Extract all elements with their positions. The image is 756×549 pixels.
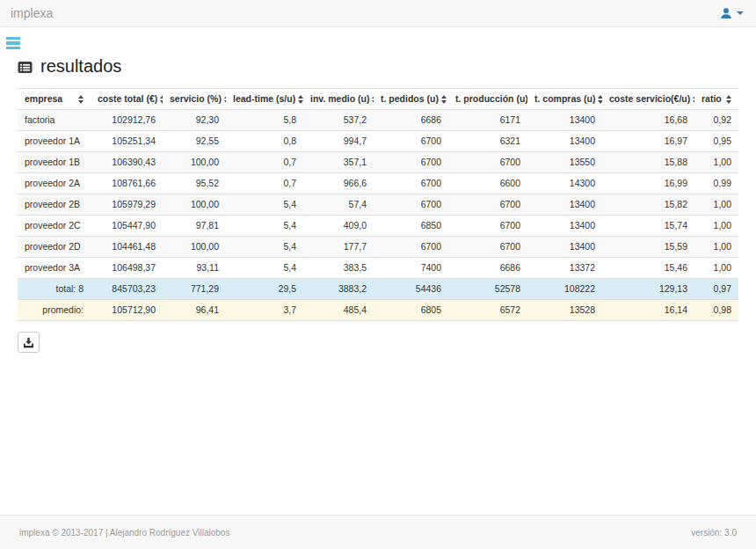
column-header-lead-time[interactable]: lead-time (s/u): [226, 89, 303, 110]
sort-icon[interactable]: [298, 95, 303, 104]
column-label: coste total (€): [98, 93, 157, 105]
cell-t-produccion: 6321: [448, 131, 527, 152]
cell-ratio: 1,00: [694, 216, 738, 237]
cell-servicio: 100,00: [163, 152, 226, 173]
sort-icon[interactable]: [78, 95, 84, 104]
cell-t-pedidos: 6700: [374, 194, 448, 216]
column-label: servicio (%): [170, 93, 222, 105]
column-header-t-compras[interactable]: t. compras (u): [527, 89, 602, 110]
cell-empresa: proveedor 2A: [18, 173, 91, 194]
cell-servicio: 97,81: [163, 216, 226, 237]
sidebar-toggle[interactable]: [4, 35, 22, 52]
cell-lead-time: 0,7: [226, 173, 303, 194]
cell-inv-medio: 3883,2: [303, 279, 374, 300]
cell-t-produccion: 52578: [448, 279, 527, 300]
cell-ratio: 1,00: [694, 237, 738, 258]
cell-coste-servicio: 16,14: [602, 300, 694, 321]
cell-inv-medio: 177,7: [303, 237, 374, 258]
column-header-inv-medio[interactable]: inv. medio (u): [303, 89, 374, 110]
table-row: proveedor 1A105251,3492,550,8994,7670063…: [18, 131, 738, 152]
table-header-row: empresacoste total (€)servicio (%)lead-t…: [18, 89, 738, 110]
cell-empresa: proveedor 1A: [18, 131, 91, 152]
main-content: resultados empresacoste total (€)servici…: [0, 56, 756, 353]
caret-down-icon: [737, 11, 744, 15]
cell-coste-total: 105712,90: [91, 300, 163, 321]
sort-icon[interactable]: [224, 95, 226, 104]
cell-t-produccion: 6171: [448, 110, 527, 131]
cell-lead-time: 5,8: [226, 110, 303, 131]
table-body: factoria102912,7692,305,8537,26686617113…: [18, 110, 738, 321]
cell-lead-time: 5,4: [226, 216, 303, 237]
cell-t-pedidos: 6700: [374, 173, 448, 194]
cell-lead-time: 5,4: [226, 237, 303, 258]
column-label: empresa: [25, 93, 62, 105]
cell-inv-medio: 383,5: [303, 258, 374, 279]
cell-t-compras: 13400: [527, 131, 602, 152]
results-table: empresacoste total (€)servicio (%)lead-t…: [18, 89, 738, 321]
sort-icon[interactable]: [726, 95, 731, 104]
cell-inv-medio: 57,4: [303, 194, 374, 216]
cell-ratio: 1,00: [694, 194, 738, 216]
cell-t-compras: 13400: [527, 110, 602, 131]
total-row: total: 8845703,23771,2929,53883,25443652…: [18, 279, 738, 300]
cell-coste-total: 845703,23: [91, 279, 163, 300]
column-header-coste-servicio[interactable]: coste servicio(€/u): [602, 89, 694, 110]
column-header-t-pedidos[interactable]: t. pedidos (u): [374, 89, 448, 110]
cell-t-compras: 14300: [527, 173, 602, 194]
cell-coste-total: 105251,34: [91, 131, 163, 152]
column-label: t. pedidos (u): [381, 93, 439, 105]
column-label: lead-time (s/u): [233, 93, 295, 105]
cell-coste-servicio: 15,82: [602, 194, 694, 216]
cell-inv-medio: 966,6: [303, 173, 374, 194]
cell-coste-total: 105979,29: [91, 194, 163, 216]
list-alt-icon: [18, 61, 33, 74]
sort-icon[interactable]: [372, 95, 374, 104]
footer-copyright: implexa © 2013-2017 | Alejandro Rodrígue…: [19, 528, 229, 538]
cell-t-produccion: 6700: [448, 152, 527, 173]
sort-icon[interactable]: [441, 95, 447, 104]
user-menu[interactable]: [720, 7, 744, 19]
cell-ratio: 0,92: [694, 110, 738, 131]
cell-coste-total: 106390,43: [91, 152, 163, 173]
cell-t-pedidos: 6700: [374, 152, 448, 173]
cell-coste-servicio: 15,74: [602, 216, 694, 237]
cell-t-produccion: 6686: [448, 258, 527, 279]
cell-coste-servicio: 16,68: [602, 110, 694, 131]
download-icon: [23, 337, 34, 348]
cell-ratio: 0,97: [694, 279, 738, 300]
cell-empresa: promedio:: [18, 300, 91, 321]
table-row: proveedor 1B106390,43100,000,7357,167006…: [18, 152, 738, 173]
cell-t-produccion: 6572: [448, 300, 527, 321]
cell-coste-total: 108761,66: [91, 173, 163, 194]
table-row: proveedor 2D104461,48100,005,4177,767006…: [18, 237, 738, 258]
cell-coste-servicio: 16,97: [602, 131, 694, 152]
cell-empresa: proveedor 2B: [18, 194, 91, 216]
page-header: resultados: [18, 56, 738, 89]
cell-servicio: 95,52: [163, 173, 226, 194]
cell-t-produccion: 6700: [448, 194, 527, 216]
cell-t-produccion: 6700: [448, 237, 527, 258]
column-label: ratio: [701, 93, 722, 105]
sort-icon[interactable]: [693, 95, 694, 104]
column-header-empresa[interactable]: empresa: [18, 89, 91, 110]
column-header-t-produccion[interactable]: t. producción (u): [448, 89, 527, 110]
column-header-coste-total[interactable]: coste total (€): [91, 89, 163, 110]
cell-inv-medio: 537,2: [303, 110, 374, 131]
cell-t-pedidos: 6805: [374, 300, 448, 321]
column-header-servicio[interactable]: servicio (%): [163, 89, 226, 110]
cell-lead-time: 5,4: [226, 194, 303, 216]
column-header-ratio[interactable]: ratio: [694, 89, 738, 110]
hamburger-icon: [6, 37, 20, 40]
table-row: proveedor 2C105447,9097,815,4409,0685067…: [18, 216, 738, 237]
cell-servicio: 92,30: [163, 110, 226, 131]
sort-icon[interactable]: [598, 95, 602, 104]
table-row: proveedor 2B105979,29100,005,457,4670067…: [18, 194, 738, 216]
cell-t-pedidos: 6700: [374, 237, 448, 258]
cell-inv-medio: 357,1: [303, 152, 374, 173]
cell-empresa: proveedor 3A: [18, 258, 91, 279]
cell-coste-servicio: 15,59: [602, 237, 694, 258]
export-button[interactable]: [18, 332, 40, 353]
sort-icon[interactable]: [160, 95, 163, 104]
cell-t-produccion: 6700: [448, 216, 527, 237]
cell-t-pedidos: 54436: [374, 279, 448, 300]
